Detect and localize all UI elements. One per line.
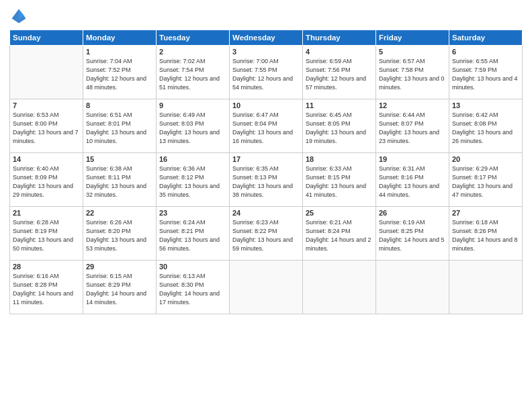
day-info: Sunrise: 7:00 AMSunset: 7:55 PMDaylight:… xyxy=(232,57,300,92)
day-info: Sunrise: 6:16 AMSunset: 8:28 PMDaylight:… xyxy=(13,272,80,307)
calendar-cell: 6Sunrise: 6:55 AMSunset: 7:59 PMDaylight… xyxy=(449,46,523,99)
weekday-header-row: SundayMondayTuesdayWednesdayThursdayFrid… xyxy=(10,30,523,46)
day-number: 27 xyxy=(452,209,519,217)
calendar-cell: 28Sunrise: 6:16 AMSunset: 8:28 PMDayligh… xyxy=(10,261,83,314)
day-info: Sunrise: 6:24 AMSunset: 8:21 PMDaylight:… xyxy=(159,218,226,253)
day-number: 7 xyxy=(13,101,80,109)
day-number: 15 xyxy=(86,155,153,163)
day-number: 20 xyxy=(452,155,519,163)
day-number: 13 xyxy=(452,101,519,109)
logo-icon xyxy=(9,7,28,26)
calendar-week-row: 14Sunrise: 6:40 AMSunset: 8:09 PMDayligh… xyxy=(10,153,523,207)
calendar-cell xyxy=(230,261,303,314)
day-number: 29 xyxy=(86,263,153,271)
day-number: 26 xyxy=(379,209,446,217)
calendar-cell: 10Sunrise: 6:47 AMSunset: 8:04 PMDayligh… xyxy=(230,99,303,153)
day-number: 24 xyxy=(232,209,300,217)
calendar-cell xyxy=(449,261,523,314)
day-info: Sunrise: 6:29 AMSunset: 8:17 PMDaylight:… xyxy=(452,165,519,199)
day-info: Sunrise: 6:21 AMSunset: 8:24 PMDaylight:… xyxy=(306,218,373,253)
calendar-cell: 29Sunrise: 6:15 AMSunset: 8:29 PMDayligh… xyxy=(83,261,157,314)
weekday-header: Sunday xyxy=(10,30,83,46)
weekday-header: Monday xyxy=(83,30,157,46)
day-number: 1 xyxy=(86,48,153,56)
calendar-cell: 22Sunrise: 6:26 AMSunset: 8:20 PMDayligh… xyxy=(83,207,157,261)
calendar-cell: 17Sunrise: 6:35 AMSunset: 8:13 PMDayligh… xyxy=(230,153,303,207)
calendar-cell: 23Sunrise: 6:24 AMSunset: 8:21 PMDayligh… xyxy=(157,207,230,261)
calendar-cell: 26Sunrise: 6:19 AMSunset: 8:25 PMDayligh… xyxy=(376,207,449,261)
day-number: 22 xyxy=(86,209,153,217)
day-number: 2 xyxy=(159,48,226,56)
day-info: Sunrise: 6:40 AMSunset: 8:09 PMDaylight:… xyxy=(13,165,80,199)
day-number: 3 xyxy=(232,48,300,56)
calendar-cell: 5Sunrise: 6:57 AMSunset: 7:58 PMDaylight… xyxy=(376,46,449,99)
calendar-cell xyxy=(10,46,83,99)
calendar-week-row: 21Sunrise: 6:28 AMSunset: 8:19 PMDayligh… xyxy=(10,207,523,261)
calendar-cell: 2Sunrise: 7:02 AMSunset: 7:54 PMDaylight… xyxy=(157,46,230,99)
day-number: 28 xyxy=(13,263,80,271)
calendar-cell: 1Sunrise: 7:04 AMSunset: 7:52 PMDaylight… xyxy=(83,46,157,99)
day-info: Sunrise: 6:36 AMSunset: 8:12 PMDaylight:… xyxy=(159,165,226,199)
day-info: Sunrise: 6:57 AMSunset: 7:58 PMDaylight:… xyxy=(379,57,446,92)
calendar-cell: 9Sunrise: 6:49 AMSunset: 8:03 PMDaylight… xyxy=(157,99,230,153)
calendar-table: SundayMondayTuesdayWednesdayThursdayFrid… xyxy=(9,30,523,314)
calendar-cell: 18Sunrise: 6:33 AMSunset: 8:15 PMDayligh… xyxy=(303,153,376,207)
day-number: 17 xyxy=(232,155,300,163)
calendar-cell xyxy=(303,261,376,314)
calendar-cell: 4Sunrise: 6:59 AMSunset: 7:56 PMDaylight… xyxy=(303,46,376,99)
day-number: 14 xyxy=(13,155,80,163)
day-number: 10 xyxy=(232,101,300,109)
day-info: Sunrise: 6:18 AMSunset: 8:26 PMDaylight:… xyxy=(452,218,519,253)
calendar-cell: 25Sunrise: 6:21 AMSunset: 8:24 PMDayligh… xyxy=(303,207,376,261)
day-info: Sunrise: 6:45 AMSunset: 8:05 PMDaylight:… xyxy=(306,111,373,146)
calendar-cell: 16Sunrise: 6:36 AMSunset: 8:12 PMDayligh… xyxy=(157,153,230,207)
calendar-cell: 19Sunrise: 6:31 AMSunset: 8:16 PMDayligh… xyxy=(376,153,449,207)
day-info: Sunrise: 6:19 AMSunset: 8:25 PMDaylight:… xyxy=(379,218,446,253)
calendar-week-row: 1Sunrise: 7:04 AMSunset: 7:52 PMDaylight… xyxy=(10,46,523,99)
day-number: 30 xyxy=(159,263,226,271)
calendar-cell: 15Sunrise: 6:38 AMSunset: 8:11 PMDayligh… xyxy=(83,153,157,207)
day-number: 23 xyxy=(159,209,226,217)
day-info: Sunrise: 6:44 AMSunset: 8:07 PMDaylight:… xyxy=(379,111,446,146)
calendar-cell: 30Sunrise: 6:13 AMSunset: 8:30 PMDayligh… xyxy=(157,261,230,314)
weekday-header: Tuesday xyxy=(157,30,230,46)
day-number: 11 xyxy=(306,101,373,109)
day-info: Sunrise: 6:33 AMSunset: 8:15 PMDaylight:… xyxy=(306,165,373,199)
day-number: 9 xyxy=(159,101,226,109)
day-number: 4 xyxy=(306,48,373,56)
day-info: Sunrise: 6:28 AMSunset: 8:19 PMDaylight:… xyxy=(13,218,80,253)
day-info: Sunrise: 6:49 AMSunset: 8:03 PMDaylight:… xyxy=(159,111,226,146)
calendar-cell: 11Sunrise: 6:45 AMSunset: 8:05 PMDayligh… xyxy=(303,99,376,153)
weekday-header: Wednesday xyxy=(230,30,303,46)
calendar-week-row: 7Sunrise: 6:53 AMSunset: 8:00 PMDaylight… xyxy=(10,99,523,153)
weekday-header: Thursday xyxy=(303,30,376,46)
calendar-cell: 3Sunrise: 7:00 AMSunset: 7:55 PMDaylight… xyxy=(230,46,303,99)
day-info: Sunrise: 6:31 AMSunset: 8:16 PMDaylight:… xyxy=(379,165,446,199)
day-number: 5 xyxy=(379,48,446,56)
day-info: Sunrise: 6:35 AMSunset: 8:13 PMDaylight:… xyxy=(232,165,300,199)
day-number: 12 xyxy=(379,101,446,109)
day-number: 16 xyxy=(159,155,226,163)
calendar-cell: 8Sunrise: 6:51 AMSunset: 8:01 PMDaylight… xyxy=(83,99,157,153)
page-header xyxy=(9,7,523,26)
logo xyxy=(9,7,31,26)
calendar-cell xyxy=(376,261,449,314)
weekday-header: Friday xyxy=(376,30,449,46)
weekday-header: Saturday xyxy=(449,30,523,46)
day-info: Sunrise: 6:53 AMSunset: 8:00 PMDaylight:… xyxy=(13,111,80,146)
day-number: 8 xyxy=(86,101,153,109)
calendar-cell: 12Sunrise: 6:44 AMSunset: 8:07 PMDayligh… xyxy=(376,99,449,153)
day-info: Sunrise: 6:51 AMSunset: 8:01 PMDaylight:… xyxy=(86,111,153,146)
day-number: 19 xyxy=(379,155,446,163)
day-info: Sunrise: 7:04 AMSunset: 7:52 PMDaylight:… xyxy=(86,57,153,92)
calendar-cell: 20Sunrise: 6:29 AMSunset: 8:17 PMDayligh… xyxy=(449,153,523,207)
day-number: 18 xyxy=(306,155,373,163)
day-info: Sunrise: 6:55 AMSunset: 7:59 PMDaylight:… xyxy=(452,57,519,92)
day-info: Sunrise: 6:42 AMSunset: 8:08 PMDaylight:… xyxy=(452,111,519,146)
day-info: Sunrise: 6:23 AMSunset: 8:22 PMDaylight:… xyxy=(232,218,300,253)
calendar-week-row: 28Sunrise: 6:16 AMSunset: 8:28 PMDayligh… xyxy=(10,261,523,314)
day-info: Sunrise: 7:02 AMSunset: 7:54 PMDaylight:… xyxy=(159,57,226,92)
calendar-cell: 24Sunrise: 6:23 AMSunset: 8:22 PMDayligh… xyxy=(230,207,303,261)
calendar-cell: 27Sunrise: 6:18 AMSunset: 8:26 PMDayligh… xyxy=(449,207,523,261)
calendar-cell: 21Sunrise: 6:28 AMSunset: 8:19 PMDayligh… xyxy=(10,207,83,261)
